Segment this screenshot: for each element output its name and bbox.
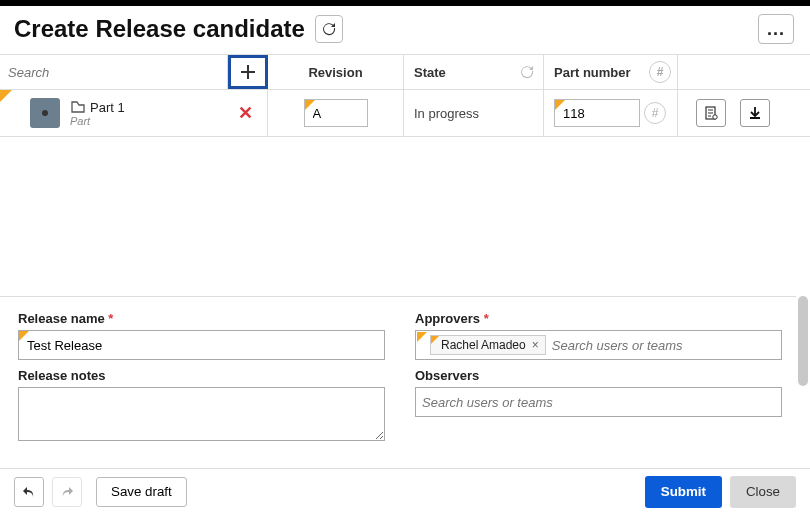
column-header-state[interactable]: State xyxy=(404,55,544,89)
row-actions xyxy=(678,90,810,136)
approvers-field[interactable]: Rachel Amadeo × xyxy=(415,330,782,360)
change-indicator-icon xyxy=(555,100,565,110)
release-name-input[interactable] xyxy=(18,330,385,360)
dialog-header: Create Release candidate ... xyxy=(0,6,810,54)
observers-search-input[interactable] xyxy=(422,395,775,410)
approvers-label: Approvers * xyxy=(415,311,782,326)
remove-item-button[interactable]: ✕ xyxy=(232,102,259,124)
state-cell: In progress xyxy=(404,90,544,136)
search-cell xyxy=(0,55,228,89)
remove-chip-button[interactable]: × xyxy=(532,338,539,352)
refresh-button[interactable] xyxy=(315,15,343,43)
part-icon xyxy=(70,100,86,114)
part-name: Part 1 xyxy=(90,100,125,115)
undo-icon xyxy=(21,484,37,500)
change-indicator-icon xyxy=(305,100,315,110)
download-button[interactable] xyxy=(740,99,770,127)
form-left-column: Release name * Release notes xyxy=(18,311,385,444)
ellipsis-icon: ... xyxy=(767,19,785,40)
column-label: State xyxy=(414,65,446,80)
change-indicator-icon xyxy=(0,90,12,102)
column-header-revision[interactable]: Revision xyxy=(268,55,404,89)
page-title: Create Release candidate xyxy=(14,15,305,43)
plus-icon xyxy=(239,63,257,81)
save-draft-button[interactable]: Save draft xyxy=(96,477,187,507)
observers-field[interactable] xyxy=(415,387,782,417)
change-indicator-icon xyxy=(19,331,29,341)
undo-button[interactable] xyxy=(14,477,44,507)
part-type: Part xyxy=(70,115,125,127)
state-value: In progress xyxy=(414,106,479,121)
change-indicator-icon xyxy=(417,332,427,342)
hash-icon[interactable]: # xyxy=(649,61,671,83)
revision-cell xyxy=(268,90,404,136)
column-header-row: Revision State Part number # xyxy=(0,55,810,89)
vertical-scrollbar[interactable] xyxy=(798,296,808,386)
observers-label: Observers xyxy=(415,368,782,383)
redo-icon xyxy=(59,484,75,500)
approver-chip: Rachel Amadeo × xyxy=(430,335,546,355)
more-actions-button[interactable]: ... xyxy=(758,14,794,44)
chip-label: Rachel Amadeo xyxy=(441,338,526,352)
refresh-icon xyxy=(321,21,337,37)
search-input[interactable] xyxy=(8,65,219,80)
submit-button[interactable]: Submit xyxy=(645,476,722,508)
required-marker: * xyxy=(484,311,489,326)
release-name-label: Release name * xyxy=(18,311,385,326)
refresh-column-icon[interactable] xyxy=(517,62,537,82)
part-number-input[interactable] xyxy=(554,99,640,127)
column-label: Part number xyxy=(554,65,631,80)
items-table: Revision State Part number # Part 1 Part xyxy=(0,54,810,137)
svg-point-1 xyxy=(713,115,717,119)
release-notes-input[interactable] xyxy=(18,387,385,441)
generate-number-button[interactable]: # xyxy=(644,102,666,124)
header-left: Create Release candidate xyxy=(14,15,343,43)
column-header-actions xyxy=(678,55,810,89)
part-thumbnail xyxy=(30,98,60,128)
dialog-footer: Save draft Submit Close xyxy=(0,468,810,514)
part-number-cell: # xyxy=(544,90,678,136)
item-cell[interactable]: Part 1 Part ✕ xyxy=(0,90,268,136)
approvers-search-input[interactable] xyxy=(552,338,775,353)
release-notes-label: Release notes xyxy=(18,368,385,383)
change-indicator-icon xyxy=(431,336,439,344)
download-icon xyxy=(747,105,763,121)
column-label: Revision xyxy=(308,65,362,80)
document-icon xyxy=(703,105,719,121)
close-button[interactable]: Close xyxy=(730,476,796,508)
redo-button[interactable] xyxy=(52,477,82,507)
required-marker: * xyxy=(108,311,113,326)
part-info: Part 1 Part xyxy=(70,100,125,127)
where-used-button[interactable] xyxy=(696,99,726,127)
release-form: Release name * Release notes Approvers *… xyxy=(0,296,796,444)
column-header-part-number[interactable]: Part number # xyxy=(544,55,678,89)
table-row: Part 1 Part ✕ In progress # xyxy=(0,89,810,137)
add-item-button[interactable] xyxy=(228,55,268,89)
form-right-column: Approvers * Rachel Amadeo × Observers xyxy=(415,311,782,444)
